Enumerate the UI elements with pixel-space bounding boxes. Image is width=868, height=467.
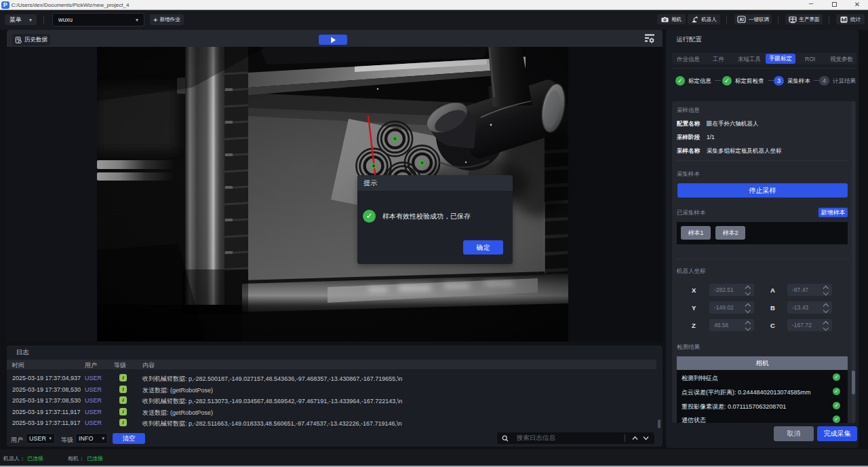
svg-text:AI: AI [739, 17, 744, 22]
